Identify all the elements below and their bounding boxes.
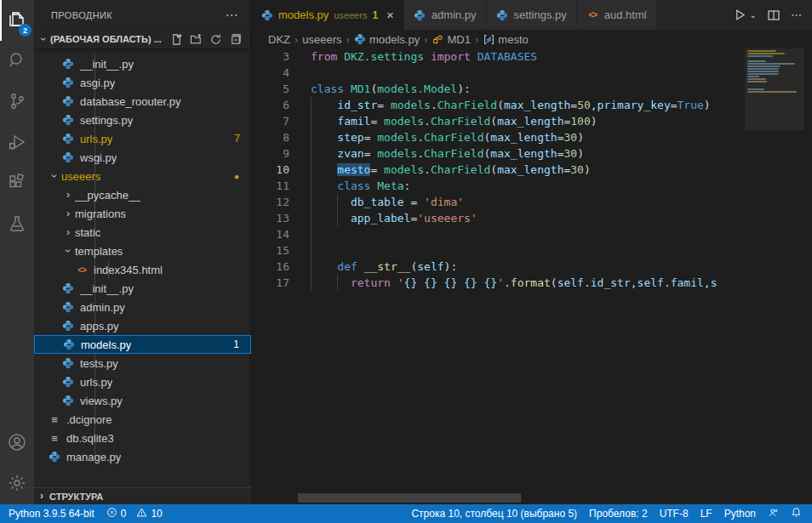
breadcrumb-item-dkz[interactable]: DKZ bbox=[268, 33, 290, 46]
tab-admin-py[interactable]: admin.py bbox=[404, 0, 487, 30]
explorer-more-actions-icon[interactable]: ⋯ bbox=[226, 11, 238, 20]
line-number[interactable]: 9 bbox=[251, 145, 289, 162]
refresh-icon[interactable] bbox=[209, 32, 222, 46]
line-number[interactable]: 7 bbox=[251, 113, 289, 129]
status-cursor-position[interactable]: Строка 10, столбец 10 (выбрано 5) bbox=[411, 508, 577, 520]
line-number[interactable]: 16 bbox=[251, 259, 289, 275]
tree-item--init-py[interactable]: __init__.py bbox=[34, 54, 251, 73]
outline-section-header[interactable]: › СТРУКТУРА bbox=[34, 487, 251, 505]
tree-item-asgi-py[interactable]: asgi.py bbox=[34, 73, 251, 92]
ellipsis-icon[interactable]: ⋯ bbox=[791, 9, 802, 21]
code-line-7[interactable]: famil= models.CharField(max_length=100) bbox=[311, 113, 718, 129]
activity-source-control[interactable] bbox=[0, 82, 34, 122]
tree-item-database-roouter-py[interactable]: database_roouter.py bbox=[34, 92, 251, 111]
tree-item-models-py[interactable]: models.py1 bbox=[34, 335, 251, 354]
line-number[interactable]: 11 bbox=[251, 178, 289, 194]
line-number[interactable]: 13 bbox=[251, 210, 289, 226]
tree-item-settings-py[interactable]: settings.py bbox=[34, 111, 251, 129]
code-line-9[interactable]: zvan= models.CharField(max_length=30) bbox=[311, 145, 718, 162]
breadcrumb-item-md1[interactable]: MD1 bbox=[432, 33, 471, 46]
code-line-11[interactable]: class Meta: bbox=[311, 178, 718, 194]
status-encoding[interactable]: UTF-8 bbox=[660, 508, 689, 520]
breadcrumb-item-mesto[interactable]: mesto bbox=[483, 33, 528, 46]
code-line-6[interactable]: id_str= models.CharField(max_length=50,p… bbox=[311, 97, 718, 113]
minimap[interactable] bbox=[745, 48, 804, 504]
tree-item-wsgi-py[interactable]: wsgi.py bbox=[34, 148, 251, 167]
play-icon[interactable] bbox=[734, 9, 746, 21]
tab-aud-html[interactable]: <>aud.html bbox=[577, 0, 657, 30]
breadcrumb-separator: › bbox=[424, 33, 427, 46]
new-folder-icon[interactable] bbox=[189, 32, 203, 46]
line-number[interactable]: 12 bbox=[251, 194, 289, 210]
breadcrumb-item-useeers[interactable]: useeers bbox=[302, 33, 341, 46]
tree-item-manage-py[interactable]: manage.py bbox=[34, 447, 251, 466]
code-line-10[interactable]: mesto= models.CharField(max_length=30) bbox=[311, 162, 718, 178]
line-number[interactable]: 10 bbox=[251, 162, 289, 178]
vertical-scrollbar[interactable] bbox=[804, 48, 812, 504]
code-line-17[interactable]: return '{} {} {} {} {}'.format(self.id_s… bbox=[311, 275, 718, 291]
tree-item-urls-py[interactable]: urls.py7 bbox=[34, 129, 251, 148]
activity-search[interactable] bbox=[0, 41, 34, 82]
tree-item-static[interactable]: ›static bbox=[34, 223, 251, 242]
chevron-down-icon[interactable]: ⌄ bbox=[750, 10, 757, 20]
tree-item-useeers[interactable]: ›useeers● bbox=[34, 167, 251, 185]
tree-item-migrations[interactable]: ›migrations bbox=[34, 204, 251, 223]
code-line-15[interactable] bbox=[311, 242, 718, 259]
tree-item-templates[interactable]: ›templates bbox=[34, 242, 251, 260]
split-icon[interactable] bbox=[767, 9, 781, 22]
activity-extensions[interactable] bbox=[0, 163, 34, 204]
status-eol[interactable]: LF bbox=[700, 508, 712, 520]
close-icon[interactable]: × bbox=[386, 10, 394, 20]
code-line-16[interactable]: def __str__(self): bbox=[311, 259, 718, 275]
tree-item-views-py[interactable]: views.py bbox=[34, 391, 251, 410]
status-feedback[interactable] bbox=[768, 507, 779, 520]
tree-item--dcignore[interactable]: ≡.dcignore bbox=[34, 410, 251, 429]
tab-settings-py[interactable]: settings.py bbox=[487, 0, 577, 30]
tree-item--pycache-[interactable]: ›__pycache__ bbox=[34, 185, 251, 204]
workspace-section-header[interactable]: › (РАБОЧАЯ ОБЛАСТЬ) ... bbox=[34, 30, 250, 48]
line-number[interactable]: 17 bbox=[251, 275, 289, 291]
line-number[interactable]: 4 bbox=[251, 65, 289, 81]
status-notifications[interactable] bbox=[791, 507, 802, 520]
new-file-icon[interactable] bbox=[169, 32, 183, 46]
tree-item--init-py[interactable]: __init__.py bbox=[34, 279, 251, 298]
status-language-mode[interactable]: Python bbox=[724, 508, 756, 520]
tree-item-index345-html[interactable]: <>index345.html bbox=[34, 260, 251, 279]
code-lines[interactable]: from DKZ.settings import DATABASESclass … bbox=[311, 48, 718, 291]
status-indentation[interactable]: Пробелов: 2 bbox=[589, 508, 648, 520]
status-label: Пробелов: 2 bbox=[589, 508, 648, 520]
tree-item-tests-py[interactable]: tests.py bbox=[34, 354, 251, 372]
code-line-3[interactable]: from DKZ.settings import DATABASES bbox=[311, 48, 718, 65]
line-number[interactable]: 8 bbox=[251, 129, 289, 145]
line-number[interactable]: 14 bbox=[251, 226, 289, 242]
code-token: ) bbox=[704, 99, 711, 111]
tab-models-py[interactable]: models.pyuseeers1× bbox=[251, 0, 404, 30]
activity-settings[interactable] bbox=[0, 463, 34, 504]
line-number[interactable]: 3 bbox=[251, 48, 289, 65]
tree-item-admin-py[interactable]: admin.py bbox=[34, 298, 251, 316]
status-problems[interactable]: 010 bbox=[106, 507, 163, 520]
editor-gutter[interactable]: 34567891011121314151617 bbox=[251, 48, 302, 291]
tree-item-apps-py[interactable]: apps.py bbox=[34, 316, 251, 335]
code-line-14[interactable] bbox=[311, 226, 718, 242]
code-line-5[interactable]: class MD1(models.Model): bbox=[311, 81, 718, 97]
code-line-4[interactable] bbox=[311, 65, 718, 81]
breadcrumb-item-models.py[interactable]: models.py bbox=[354, 33, 420, 46]
code-line-13[interactable]: app_label='useeers' bbox=[311, 210, 718, 226]
code-line-12[interactable]: db_table = 'dima' bbox=[311, 194, 718, 210]
status-python-interpreter[interactable]: Python 3.9.5 64-bit bbox=[9, 508, 94, 520]
horizontal-scrollbar[interactable] bbox=[298, 493, 521, 503]
line-number[interactable]: 5 bbox=[251, 81, 289, 97]
line-number[interactable]: 6 bbox=[251, 97, 289, 113]
activity-testing[interactable] bbox=[0, 204, 34, 245]
collapse-all-icon[interactable] bbox=[228, 32, 242, 46]
code-line-8[interactable]: step= models.CharField(max_length=30) bbox=[311, 129, 718, 145]
tree-item-urls-py[interactable]: urls.py bbox=[34, 372, 251, 391]
tree-item--pycache-[interactable]: ›__pycache__ bbox=[34, 48, 251, 54]
activity-run-debug[interactable] bbox=[0, 122, 34, 163]
code-editor[interactable]: 34567891011121314151617 from DKZ.setting… bbox=[251, 48, 745, 504]
tree-item-db-sqlite3[interactable]: ≡db.sqlite3 bbox=[34, 429, 251, 447]
line-number[interactable]: 15 bbox=[251, 242, 289, 259]
activity-accounts[interactable] bbox=[0, 423, 34, 463]
activity-explorer[interactable]: 2 bbox=[0, 0, 34, 41]
